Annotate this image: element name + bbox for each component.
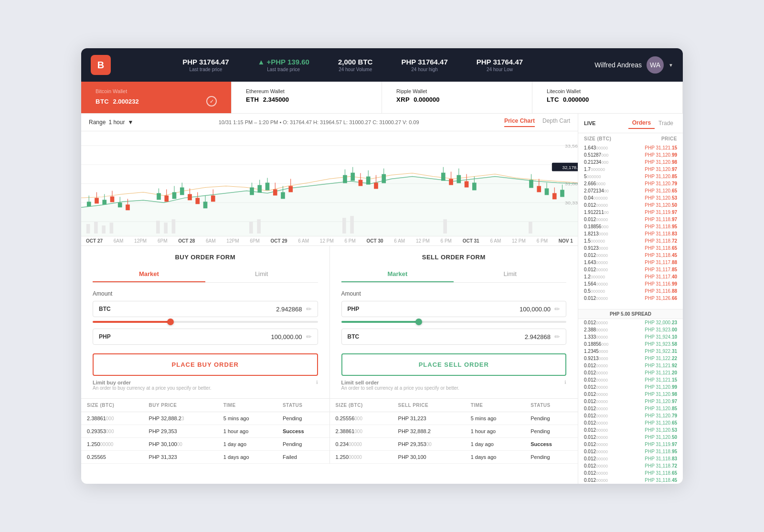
ob-sell-row[interactable]: 1.64300000PHP 31,121.15 (578, 144, 683, 151)
ob-buy-price-12: PHP 31,120.85 (645, 406, 677, 411)
avatar[interactable]: WA (647, 56, 664, 74)
ob-buy-row[interactable]: 0.01200000PHP 31,121.20 (578, 369, 683, 376)
buy-status-2: Pending (277, 438, 329, 451)
ob-sell-row[interactable]: 0.04000000PHP 31,120.53 (578, 194, 683, 202)
ob-sell-row[interactable]: 0.18856000PHP 31,118.95 (578, 223, 683, 230)
header-user[interactable]: Wilfred Andreas WA ▼ (594, 56, 673, 74)
ob-sell-row[interactable]: 1.64300000PHP 31,117.88 (578, 259, 683, 266)
ob-buy-row[interactable]: 0.01200000PHP 31,118.72 (578, 462, 683, 469)
ob-buy-row[interactable]: 0.01200000PHP 31,120.65 (578, 419, 683, 426)
ob-buy-row[interactable]: 0.01200000PHP 31,118.83 (578, 455, 683, 462)
sell-tab-limit[interactable]: Limit (454, 266, 566, 282)
orders-tables: SIZE (BTC) BUY PRICE TIME STATUS 2.38861… (81, 399, 578, 464)
ob-sell-row[interactable]: 0.01200000PHP 31,120.50 (578, 202, 683, 209)
buy-slider[interactable] (93, 321, 318, 324)
ob-sell-row[interactable]: 1.2000000PHP 31,117.40 (578, 273, 683, 280)
ob-buy-row[interactable]: 0.01200000PHP 31,121.15 (578, 376, 683, 383)
buy-btc-edit-icon[interactable]: ✏ (306, 305, 312, 313)
buy-tab-limit[interactable]: Limit (205, 266, 318, 282)
ob-buy-row[interactable]: 0.01200000PHP 31,121.92 (578, 362, 683, 369)
ob-sell-row[interactable]: 0.01200000PHP 31,118.45 (578, 252, 683, 259)
ob-sell-size-3: 1.7000000 (584, 167, 605, 172)
ob-sell-row[interactable]: 1.7000000PHP 31,120.97 (578, 166, 683, 173)
ob-sell-price-13: PHP 31,118.72 (645, 238, 677, 244)
svg-rect-58 (441, 173, 446, 181)
sell-btc-input-row[interactable]: BTC 2.942868 ✏ (341, 329, 567, 345)
place-buy-order-button[interactable]: PLACE BUY ORDER (93, 353, 318, 376)
sell-slider[interactable] (341, 321, 567, 324)
sell-php-input-row[interactable]: PHP 100,000.00 ✏ (341, 301, 567, 317)
ob-buy-row[interactable]: 0.01200000PHP 32,000.23 (578, 319, 683, 326)
x-label-6pm3: 6 PM (345, 238, 356, 244)
ob-sell-row[interactable]: 0.01200000PHP 31,126.66 (578, 295, 683, 302)
ob-buy-size-17: 0.01200000 (584, 442, 608, 447)
ob-buy-row[interactable]: 0.01200000PHP 31,120.79 (578, 412, 683, 419)
tab-depth-cart[interactable]: Depth Cart (542, 117, 570, 127)
buy-btc-value[interactable]: 2.942868 (118, 306, 302, 313)
ob-buy-row[interactable]: 1.23450000PHP 31,922.31 (578, 348, 683, 355)
sell-order-row: 1.25000000 PHP 30,100 1 days ago Pending (330, 451, 578, 464)
ob-sell-price-18: PHP 31,117.40 (645, 274, 677, 279)
ob-buy-row[interactable]: 0.01200000PHP 31,120.97 (578, 398, 683, 405)
range-dropdown-icon[interactable]: ▼ (127, 119, 133, 126)
ob-buy-row[interactable]: 0.01200000PHP 31,120.85 (578, 405, 683, 412)
wallet-item-eth[interactable]: Ethereum Wallet ETH 2.345000 (232, 82, 382, 113)
place-sell-order-button[interactable]: PLACE SELL ORDER (341, 353, 567, 376)
ob-sell-row[interactable]: 0.51287000PHP 31,120.99 (578, 151, 683, 159)
ob-sell-row[interactable]: 1.91221100PHP 31,119.97 (578, 209, 683, 216)
ob-sell-row[interactable]: 1.82130000PHP 31,118.83 (578, 230, 683, 237)
ob-sell-row[interactable]: 2.07213400PHP 31,120.65 (578, 187, 683, 194)
wallet-item-xrp[interactable]: Ripple Wallet XRP 0.000000 (382, 82, 532, 113)
buy-size-1: 0.29353000 (81, 425, 143, 438)
wallet-item-ltc[interactable]: Litecoin Wallet LTC 0.000000 (532, 82, 683, 113)
ob-sell-size-1: 0.51287000 (584, 152, 608, 158)
ob-buy-row[interactable]: 0.01200000PHP 31,119.97 (578, 441, 683, 448)
ob-sell-row[interactable]: 0.01200000PHP 31,117.85 (578, 266, 683, 273)
buy-btc-input-row[interactable]: BTC 2.942868 ✏ (93, 301, 318, 317)
ob-buy-row[interactable]: 0.01200000PHP 31,120.99 (578, 383, 683, 391)
ob-buy-row[interactable]: 0.92130000PHP 31,122.22 (578, 355, 683, 362)
buy-php-value[interactable]: 100,000.00 (118, 333, 302, 340)
ob-buy-row[interactable]: 0.01200000PHP 31,118.65 (578, 469, 683, 477)
buy-php-edit-icon[interactable]: ✏ (306, 333, 312, 340)
ob-buy-row[interactable]: 0.01200000PHP 31,118.45 (578, 477, 683, 484)
ob-buy-price-6: PHP 31,121.92 (645, 363, 677, 368)
ob-sell-row[interactable]: 1.56400000PHP 31,116.99 (578, 280, 683, 287)
stat-label-1: Last trade price (258, 67, 309, 72)
ob-sell-row[interactable]: 0.91230000PHP 31,118.65 (578, 245, 683, 252)
sell-btc-edit-icon[interactable]: ✏ (554, 333, 560, 340)
wallet-item-btc[interactable]: Bitcoin Wallet BTC 2.000232 ✓ (81, 82, 232, 113)
ob-sell-row[interactable]: 2.6660000PHP 31,120.79 (578, 180, 683, 187)
buy-form-title: BUY ORDER FORM (93, 254, 318, 261)
ob-buy-row[interactable]: 0.01200000PHP 31,120.98 (578, 391, 683, 398)
range-value[interactable]: 1 hour (108, 119, 125, 126)
buy-php-input-row[interactable]: PHP 100,000.00 ✏ (93, 329, 318, 345)
stat-value-1: ▲ +PHP 139.60 (258, 58, 309, 66)
buy-tab-market[interactable]: Market (93, 266, 205, 282)
ob-sell-row[interactable]: 1.5000000PHP 31,118.72 (578, 237, 683, 245)
ob-sell-row[interactable]: 0.21234000PHP 31,120.98 (578, 159, 683, 166)
left-panel: Range 1 hour ▼ 10/31 1:15 PM – 1:20 PM •… (81, 114, 578, 484)
sell-btc-value[interactable]: 2.942868 (367, 333, 551, 340)
ob-sell-price-3: PHP 31,120.97 (645, 167, 677, 172)
ob-sell-row[interactable]: 5000000PHP 31,120.85 (578, 173, 683, 180)
right-tab-orders[interactable]: Orders (628, 117, 655, 129)
sell-tab-market[interactable]: Market (341, 266, 454, 282)
ob-buy-row[interactable]: 0.01200000PHP 31,120.53 (578, 426, 683, 434)
ob-buy-row[interactable]: 2.38800000PHP 31,923.00 (578, 326, 683, 333)
right-tab-trade[interactable]: Trade (655, 118, 677, 128)
ob-buy-row[interactable]: 0.01200000PHP 31,120.50 (578, 434, 683, 441)
ob-buy-price-3: PHP 31,923.58 (645, 341, 677, 347)
sell-php-value[interactable]: 100,000.00 (367, 306, 551, 313)
range-selector[interactable]: Range 1 hour ▼ (89, 119, 133, 126)
user-dropdown-icon[interactable]: ▼ (668, 63, 673, 68)
ob-sell-price-0: PHP 31,121.15 (645, 145, 677, 150)
tab-price-chart[interactable]: Price Chart (504, 117, 535, 127)
ob-sell-row[interactable]: 0.01200000PHP 31,118.97 (578, 216, 683, 223)
sell-php-edit-icon[interactable]: ✏ (554, 305, 560, 313)
ob-buy-row[interactable]: 0.01200000PHP 31,118.95 (578, 448, 683, 455)
sell-size-3: 1.25000000 (330, 451, 393, 464)
ob-buy-row[interactable]: 0.18856000PHP 31,923.58 (578, 340, 683, 348)
ob-sell-row[interactable]: 0.5000000PHP 31,116.88 (578, 287, 683, 295)
ob-buy-row[interactable]: 1.33300000PHP 31,924.10 (578, 333, 683, 340)
